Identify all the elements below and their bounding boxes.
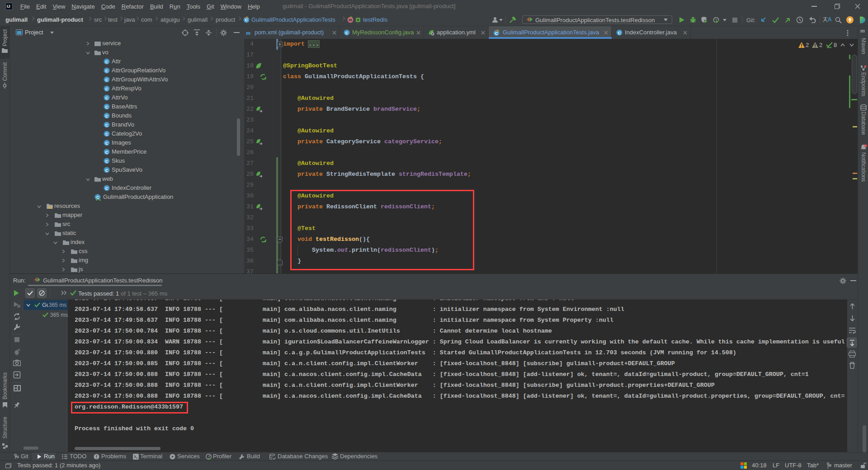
svg-text:C: C [105,69,108,73]
svg-text:C: C [245,18,248,22]
svg-text:C: C [105,114,108,118]
svg-text:m: m [246,29,250,36]
svg-text:C: C [105,123,108,127]
svg-text:C: C [105,186,108,191]
svg-text:C: C [105,78,108,82]
svg-text:C: C [105,159,108,164]
svg-text:C: C [618,31,621,35]
svg-text:C: C [105,105,108,109]
svg-text:C: C [105,141,108,146]
svg-text:C: C [105,168,108,173]
svg-text:C: C [105,60,108,64]
svg-text:C: C [105,96,108,100]
svg-text:C: C [105,87,108,91]
svg-text:C: C [105,132,108,136]
svg-text:C: C [105,150,108,155]
svg-text:C: C [345,31,349,35]
